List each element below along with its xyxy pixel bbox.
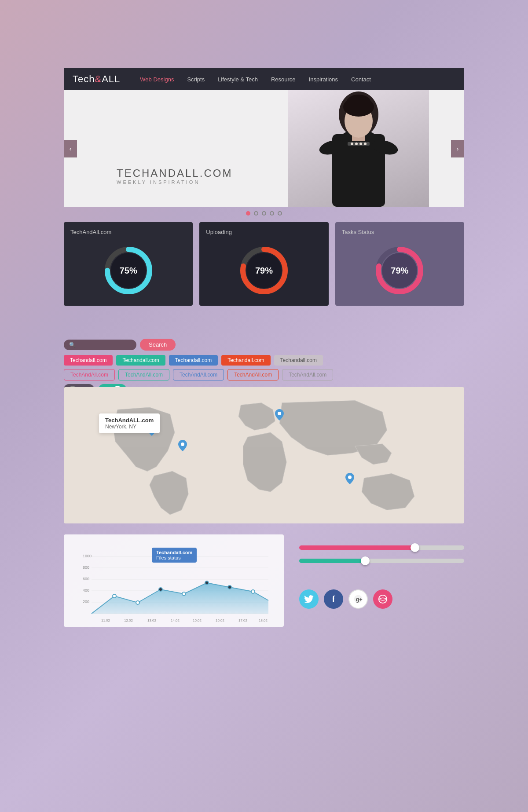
svg-point-10 bbox=[351, 143, 353, 145]
nav-item-inspirations[interactable]: Inspirations bbox=[302, 76, 345, 83]
svg-text:800: 800 bbox=[83, 565, 89, 570]
tag-btn-2[interactable]: Techandall.com bbox=[116, 355, 165, 366]
map-pin-3[interactable] bbox=[178, 440, 187, 453]
nav-item-contact[interactable]: Contact bbox=[345, 76, 378, 83]
svg-point-42 bbox=[228, 585, 231, 589]
svg-text:200: 200 bbox=[83, 600, 89, 604]
svg-text:12.02: 12.02 bbox=[124, 618, 133, 622]
slider-dots bbox=[246, 211, 282, 216]
stat-card-uploading: Uploading 79% bbox=[199, 222, 328, 306]
nav-items: Web Designs Scripts Lifestyle & Tech Res… bbox=[133, 76, 378, 83]
svg-point-23 bbox=[278, 412, 281, 415]
svg-text:18.02: 18.02 bbox=[259, 618, 268, 622]
nav-item-scripts[interactable]: Scripts bbox=[180, 76, 211, 83]
svg-text:600: 600 bbox=[83, 577, 89, 581]
nav-item-resource[interactable]: Resource bbox=[264, 76, 302, 83]
buttons-section: 🔍 Search Techandall.com Techandall.com T… bbox=[64, 339, 464, 395]
svg-text:17.02: 17.02 bbox=[238, 618, 248, 622]
dribbble-icon bbox=[378, 594, 388, 604]
svg-text:1000: 1000 bbox=[83, 554, 92, 558]
donut-value-2: 79% bbox=[255, 266, 273, 276]
donut-3: 79% bbox=[373, 244, 426, 297]
facebook-icon: f bbox=[332, 594, 335, 604]
svg-point-13 bbox=[364, 143, 367, 145]
nav-item-lifestyle[interactable]: Lifestyle & Tech bbox=[211, 76, 264, 83]
tag-outline-btn-5[interactable]: TechAndAll.com bbox=[282, 369, 333, 380]
svg-point-12 bbox=[359, 143, 362, 145]
svg-point-41 bbox=[205, 581, 209, 585]
slider-handle-pink[interactable] bbox=[411, 543, 419, 552]
donut-1: 75% bbox=[102, 244, 155, 297]
donut-inner-1: 75% bbox=[111, 253, 146, 288]
chart-tooltip-title: Techandall.com bbox=[156, 550, 192, 555]
map-tooltip-location: NewYork, NY bbox=[105, 424, 154, 430]
chart-svg: 1000 800 600 400 200 11.02 12.02 13 bbox=[70, 552, 273, 629]
map-tooltip: TechAndALL.com NewYork, NY bbox=[99, 413, 160, 433]
svg-text:g+: g+ bbox=[356, 596, 363, 603]
slider-track-pink[interactable] bbox=[299, 545, 464, 550]
svg-text:14.02: 14.02 bbox=[171, 618, 180, 622]
site-logo[interactable]: Tech&ALL bbox=[64, 73, 129, 85]
hero-content: TECHANDALL.COM WEEKLY INSPIRATION bbox=[117, 167, 232, 185]
google-plus-icon: g+ bbox=[353, 594, 363, 604]
search-row: 🔍 Search bbox=[64, 339, 464, 351]
social-section: f g+ bbox=[299, 589, 392, 609]
stat-card-techAndAll: TechAndAll.com 75% bbox=[64, 222, 193, 306]
tag-outline-btn-4[interactable]: TechAndAll.com bbox=[227, 369, 279, 380]
svg-point-6 bbox=[343, 97, 374, 117]
slider-next-button[interactable]: › bbox=[451, 140, 464, 157]
dot-4[interactable] bbox=[270, 211, 274, 216]
search-icon: 🔍 bbox=[69, 342, 76, 348]
hero-portrait-svg bbox=[288, 90, 429, 207]
hero-slider: ‹ › TECHANDALL.COM WEEKLY INSPIRATION bbox=[64, 90, 464, 207]
svg-point-38 bbox=[136, 601, 139, 604]
tag-row-1: Techandall.com Techandall.com Techandall… bbox=[64, 355, 464, 366]
hero-title: TECHANDALL.COM bbox=[117, 167, 232, 179]
tag-outline-btn-1[interactable]: TechAndAll.com bbox=[64, 369, 115, 380]
map-pin-5[interactable] bbox=[345, 473, 354, 486]
chart-section: Techandall.com Files status 1000 800 600… bbox=[64, 534, 284, 627]
slider-prev-button[interactable]: ‹ bbox=[64, 140, 77, 157]
svg-point-43 bbox=[251, 590, 255, 593]
donut-value-1: 75% bbox=[120, 266, 137, 276]
tag-btn-4[interactable]: Techandall.com bbox=[221, 355, 270, 366]
svg-text:400: 400 bbox=[83, 588, 89, 593]
dot-3[interactable] bbox=[262, 211, 266, 216]
google-plus-button[interactable]: g+ bbox=[348, 589, 368, 609]
tag-outline-btn-2[interactable]: TechAndAll.com bbox=[118, 369, 169, 380]
twitter-button[interactable] bbox=[299, 589, 319, 609]
tag-btn-1[interactable]: Techandall.com bbox=[64, 355, 113, 366]
facebook-button[interactable]: f bbox=[324, 589, 343, 609]
donut-2: 79% bbox=[238, 244, 290, 297]
svg-point-11 bbox=[355, 143, 358, 145]
chart-tooltip: Techandall.com Files status bbox=[152, 548, 197, 563]
dot-5[interactable] bbox=[278, 211, 282, 216]
svg-point-53 bbox=[379, 595, 387, 603]
dribbble-button[interactable] bbox=[373, 589, 392, 609]
svg-text:11.02: 11.02 bbox=[101, 618, 110, 622]
sliders-section bbox=[299, 545, 464, 572]
dot-2[interactable] bbox=[254, 211, 258, 216]
svg-point-37 bbox=[113, 594, 116, 598]
stat-card-title-2: Uploading bbox=[206, 229, 232, 235]
svg-point-24 bbox=[348, 475, 352, 479]
svg-marker-36 bbox=[92, 583, 268, 614]
search-button[interactable]: Search bbox=[140, 339, 176, 351]
stat-card-title-1: TechAndAll.com bbox=[70, 229, 111, 235]
search-input-wrap[interactable]: 🔍 bbox=[64, 340, 136, 350]
stat-card-tasks: Tasks Status 79% bbox=[335, 222, 464, 306]
tag-outline-btn-3[interactable]: TechAndAll.com bbox=[173, 369, 224, 380]
map-pin-4[interactable] bbox=[275, 409, 284, 422]
slider-track-teal[interactable] bbox=[299, 559, 464, 563]
hero-image bbox=[288, 90, 429, 207]
svg-text:13.02: 13.02 bbox=[147, 618, 157, 622]
dot-1[interactable] bbox=[246, 211, 250, 216]
tag-btn-3[interactable]: Techandall.com bbox=[169, 355, 218, 366]
slider-handle-teal[interactable] bbox=[361, 556, 370, 565]
donut-value-3: 79% bbox=[391, 266, 408, 276]
tag-btn-5[interactable]: Techandall.com bbox=[274, 355, 323, 366]
donut-inner-2: 79% bbox=[246, 253, 282, 288]
stat-cards: TechAndAll.com 75% Uploading 79% Tasks S… bbox=[64, 222, 464, 306]
navbar: Tech&ALL Web Designs Scripts Lifestyle &… bbox=[64, 68, 464, 90]
nav-item-webdesigns[interactable]: Web Designs bbox=[133, 76, 180, 83]
